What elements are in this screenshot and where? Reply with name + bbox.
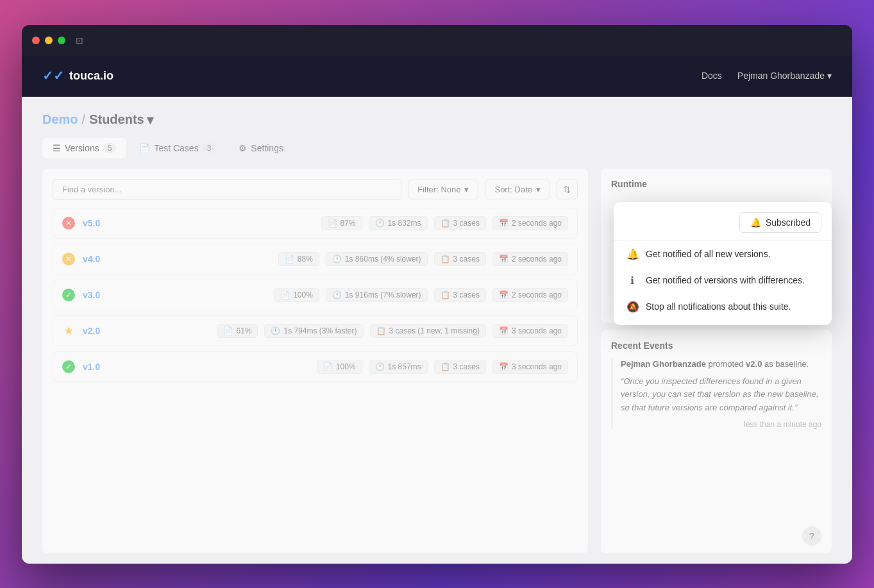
dropdown-item-stop-notifications[interactable]: 🔕 Stop all notifications about this suit… bbox=[614, 294, 832, 320]
runtime-chip: 🕐 1s 832ms bbox=[369, 216, 428, 230]
version-meta: 📄 87% 🕐 1s 832ms 📋 3 cases bbox=[321, 216, 568, 230]
version-name: v5.0 bbox=[83, 218, 115, 228]
runtime-value: 1s 916ms (7% slower) bbox=[345, 290, 421, 299]
event-action: promoted bbox=[709, 359, 746, 369]
time-value: 3 seconds ago bbox=[512, 362, 562, 371]
file-icon: 📄 bbox=[139, 143, 150, 153]
page-content-wrapper: Demo / Students ▾ ☰ Versions 5 📄 Te bbox=[22, 97, 852, 564]
table-row[interactable]: ✓ v3.0 📄 100% 🕐 1s 916ms (7% slower) bbox=[53, 280, 578, 310]
tab-versions-badge: 5 bbox=[103, 143, 117, 153]
tab-versions-label: Versions bbox=[65, 143, 99, 153]
cases-chip: 📋 3 cases (1 new, 1 missing) bbox=[370, 324, 486, 338]
version-name: v4.0 bbox=[83, 254, 115, 264]
filter-label: Filter: None bbox=[417, 185, 460, 194]
dropdown-item-stop-label: Stop all notifications about this suite. bbox=[646, 301, 791, 312]
event-time: less than a minute ago bbox=[621, 420, 821, 429]
time-chip: 📅 2 seconds ago bbox=[492, 288, 568, 302]
status-star-icon: ★ bbox=[62, 324, 75, 337]
dropdown-item-diff-versions-label: Get notified of versions with difference… bbox=[646, 275, 805, 285]
calendar-icon: 📅 bbox=[499, 362, 508, 371]
bell-off-icon: 🔕 bbox=[626, 301, 638, 313]
sort-button[interactable]: Sort: Date ▾ bbox=[485, 180, 550, 199]
clock-icon: 🕐 bbox=[332, 255, 342, 264]
version-meta: 📄 61% 🕐 1s 794ms (3% faster) 📋 3 cases bbox=[217, 324, 568, 338]
breadcrumb-demo[interactable]: Demo bbox=[42, 112, 78, 127]
clock-icon: 🕐 bbox=[332, 290, 342, 299]
dropdown-item-diff-versions[interactable]: ℹ Get notified of versions with differen… bbox=[614, 267, 832, 294]
logo: ✓✓ touca.io bbox=[42, 68, 113, 83]
window-icon: ⊡ bbox=[76, 35, 83, 46]
score-chip: 📄 61% bbox=[217, 324, 258, 338]
cases-value: 3 cases bbox=[453, 255, 480, 264]
subscribed-label: Subscribed bbox=[766, 217, 811, 228]
cases-chip: 📋 3 cases bbox=[434, 360, 486, 374]
user-menu[interactable]: Pejman Ghorbanzade ▾ bbox=[737, 71, 832, 81]
dropdown-item-all-versions-label: Get notified of all new versions. bbox=[646, 249, 771, 259]
gear-icon: ⚙ bbox=[239, 143, 247, 153]
time-value: 2 seconds ago bbox=[512, 219, 562, 228]
status-error-icon: ✕ bbox=[62, 217, 75, 230]
subscribed-button[interactable]: 🔔 Subscribed bbox=[739, 212, 821, 233]
bell-icon: 🔔 bbox=[750, 217, 761, 228]
file-icon: 📄 bbox=[323, 362, 333, 371]
question-icon: ? bbox=[809, 531, 814, 541]
calendar-icon: 📅 bbox=[499, 219, 508, 228]
search-input[interactable] bbox=[53, 179, 401, 200]
cases-value: 3 cases bbox=[453, 219, 480, 228]
table-row[interactable]: ✓ v1.0 📄 100% 🕐 1s 857ms bbox=[53, 351, 578, 382]
version-name: v1.0 bbox=[83, 362, 115, 372]
list-icon: ☰ bbox=[53, 143, 61, 153]
file-icon: 📄 bbox=[328, 219, 337, 228]
doc-icon: 📋 bbox=[376, 326, 386, 335]
runtime-value: 1s 832ms bbox=[388, 219, 421, 228]
event-version: v2.0 bbox=[746, 359, 762, 369]
tab-testcases[interactable]: 📄 Test Cases 3 bbox=[129, 138, 226, 158]
clock-icon: 🕐 bbox=[271, 326, 280, 335]
bell-all-icon: 🔔 bbox=[626, 248, 638, 260]
cases-value: 3 cases bbox=[453, 290, 480, 299]
table-row[interactable]: ★ v2.0 📄 61% 🕐 1s 794ms (3% faster) bbox=[53, 315, 578, 346]
chevron-down-icon: ▾ bbox=[827, 71, 832, 81]
tab-testcases-label: Test Cases bbox=[154, 143, 198, 153]
runtime-value: 1s 857ms bbox=[388, 362, 421, 371]
docs-link[interactable]: Docs bbox=[702, 71, 722, 81]
minimize-button[interactable] bbox=[45, 37, 53, 44]
filter-button[interactable]: Filter: None ▾ bbox=[408, 180, 478, 199]
event-headline: Pejman Ghorbanzade promoted v2.0 as base… bbox=[621, 358, 821, 370]
runtime-value: 1s 794ms (3% faster) bbox=[283, 326, 357, 335]
file-icon: 📄 bbox=[223, 326, 233, 335]
file-icon: 📄 bbox=[280, 290, 290, 299]
doc-icon: 📋 bbox=[441, 362, 450, 371]
version-meta: 📄 88% 🕐 1s 860ms (4% slower) 📋 3 cases bbox=[278, 252, 568, 266]
titlebar: ⊡ bbox=[22, 25, 852, 56]
sort-direction-button[interactable]: ⇅ bbox=[557, 180, 578, 199]
tab-versions[interactable]: ☰ Versions 5 bbox=[42, 138, 126, 158]
version-meta: 📄 100% 🕐 1s 916ms (7% slower) 📋 3 cases bbox=[274, 288, 568, 302]
help-button[interactable]: ? bbox=[802, 526, 821, 546]
table-row[interactable]: ✕ v5.0 📄 87% 🕐 1s 832ms bbox=[53, 208, 578, 239]
breadcrumb-separator: / bbox=[82, 112, 86, 127]
tabs-bar: ☰ Versions 5 📄 Test Cases 3 ⚙ Settings bbox=[22, 138, 852, 158]
cases-chip: 📋 3 cases bbox=[434, 288, 486, 302]
tab-settings[interactable]: ⚙ Settings bbox=[228, 138, 294, 158]
maximize-button[interactable] bbox=[58, 37, 65, 44]
clock-icon: 🕐 bbox=[375, 219, 385, 228]
app-window: ⊡ ✓✓ touca.io Docs Pejman Ghorbanzade ▾ … bbox=[22, 25, 852, 564]
events-card: Recent Events Pejman Ghorbanzade promote… bbox=[601, 330, 832, 553]
score-value: 100% bbox=[293, 290, 313, 299]
dropdown-item-all-versions[interactable]: 🔔 Get notified of all new versions. bbox=[614, 241, 832, 267]
breadcrumb-current: Students ▾ bbox=[89, 112, 153, 128]
score-chip: 📄 100% bbox=[317, 360, 362, 374]
navbar: ✓✓ touca.io Docs Pejman Ghorbanzade ▾ bbox=[22, 56, 852, 97]
calendar-icon: 📅 bbox=[499, 290, 508, 299]
info-icon: ℹ bbox=[626, 274, 638, 287]
table-row[interactable]: ✕ v4.0 📄 88% 🕐 1s 860ms (4% slower) bbox=[53, 244, 578, 274]
score-value: 61% bbox=[236, 326, 251, 335]
runtime-value: 1s 860ms (4% slower) bbox=[345, 255, 421, 264]
close-button[interactable] bbox=[32, 37, 40, 44]
logo-text: touca.io bbox=[69, 69, 113, 83]
logo-icon: ✓✓ bbox=[42, 68, 64, 83]
status-success-icon: ✓ bbox=[62, 289, 75, 301]
cases-chip: 📋 3 cases bbox=[434, 252, 486, 266]
file-icon: 📄 bbox=[285, 255, 294, 264]
